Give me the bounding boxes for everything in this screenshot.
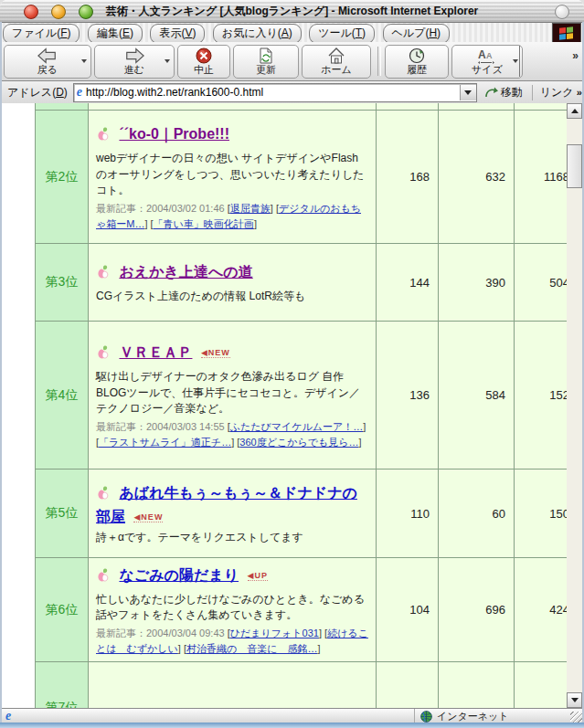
- article-link[interactable]: 退屈貴族: [230, 203, 271, 214]
- address-label: アドレス(D): [7, 85, 68, 100]
- menu-bar: ファイル(F) 編集(E) 表示(V) お気に入り(A) ツール(T) ヘルプ(…: [0, 23, 584, 43]
- menu-edit[interactable]: 編集(E): [88, 24, 143, 44]
- flower-icon: [96, 264, 110, 286]
- blog-description: 忙しいあなたに少しだけなごみのひととき。なごめる話やフォトをたくさん集めていきま…: [96, 592, 368, 624]
- blog-title-link[interactable]: なごみの陽だまり: [119, 567, 239, 583]
- windows-logo-throbber: [552, 23, 581, 44]
- article-link[interactable]: 村治香織の 音楽に 感銘…: [186, 643, 318, 654]
- points-week: 110: [377, 470, 439, 558]
- window-bottom-edge: [0, 723, 584, 728]
- blog-title-link[interactable]: ´´ko-0｜Probe!!!: [119, 126, 229, 142]
- size-button[interactable]: AA サイズ: [451, 45, 523, 79]
- address-combobox[interactable]: e: [73, 83, 477, 102]
- menu-file[interactable]: ファイル(F): [3, 24, 80, 44]
- go-button[interactable]: 移動: [484, 85, 523, 100]
- new-badge: ◀NEW: [201, 348, 230, 358]
- scroll-down-button[interactable]: [567, 692, 582, 708]
- points-in: 696: [439, 558, 515, 662]
- address-dropdown-button[interactable]: [460, 85, 476, 100]
- svg-text:A: A: [478, 48, 486, 61]
- stop-icon: [196, 47, 212, 64]
- toolbar: 戻る 進む 中止 更新 ホーム 履歴: [0, 42, 584, 81]
- browser-window: 芸術・人文ランキング [人気blogランキング] - Microsoft Int…: [0, 0, 584, 728]
- menu-tools[interactable]: ツール(T): [309, 24, 375, 44]
- back-button[interactable]: 戻る: [4, 45, 91, 79]
- arrow-up-icon: [571, 109, 579, 113]
- points-week: 144: [377, 244, 439, 322]
- blog-description: 詩＋αです。テーマをリクエストしてます: [96, 530, 368, 545]
- points-in: 390: [439, 244, 515, 322]
- menu-favorites[interactable]: お気に入り(A): [213, 24, 302, 44]
- points-out: 152: [515, 322, 568, 470]
- toolbar-overflow-chevron[interactable]: »: [572, 49, 579, 62]
- zone-label: インターネット: [437, 710, 509, 723]
- menu-view[interactable]: 表示(V): [150, 24, 205, 44]
- home-icon: [327, 47, 345, 64]
- rank-label: 第4位: [36, 322, 89, 470]
- go-arrow-icon: [484, 86, 499, 99]
- links-bar[interactable]: リンク »: [532, 85, 582, 100]
- window-title: 芸術・人文ランキング [人気blogランキング] - Microsoft Int…: [0, 4, 584, 19]
- url-input[interactable]: [84, 86, 460, 99]
- article-link[interactable]: ひだまりフォト031: [230, 628, 319, 638]
- points-out: 424: [515, 558, 568, 662]
- window-shade-button[interactable]: [555, 5, 569, 19]
- article-link[interactable]: 360度どこからでも見ら…: [239, 437, 358, 448]
- forward-dropdown-icon[interactable]: [165, 59, 170, 63]
- points-week: 168: [377, 111, 439, 244]
- page-content: 第2位 ´´ko-0｜Probe!!! webデザイナーの日々の想い サイトデザ…: [2, 103, 567, 708]
- stop-button[interactable]: 中止: [177, 45, 230, 79]
- forward-button[interactable]: 進む: [94, 45, 175, 79]
- ie-page-icon: e: [77, 86, 82, 99]
- points-week: 136: [377, 322, 439, 470]
- globe-icon: [420, 711, 432, 723]
- table-row: 第7位 きまぐれTの個人的（？）情報: [36, 662, 568, 709]
- table-row: 第5位 あばれ牛もぅ～もぅ～＆ドナドナの部屋 ◀NEW 詩＋αです。テーマをリク…: [36, 470, 568, 558]
- back-arrow-icon: [37, 47, 58, 64]
- vertical-scrollbar[interactable]: [567, 103, 582, 708]
- home-button[interactable]: ホーム: [302, 45, 371, 79]
- blog-description: webデザイナーの日々の想い サイトデザインやFlashのオーサリングをしつつ、…: [96, 151, 368, 198]
- ie-status-icon: e: [5, 710, 11, 723]
- chevron-down-icon: [464, 90, 472, 95]
- latest-articles: 最新記事：2004/03/04 09:43 [ひだまりフォト031] [続けるこ…: [96, 626, 368, 657]
- size-dropdown-icon[interactable]: [513, 59, 518, 63]
- points-out: 150: [515, 470, 568, 558]
- points-out: [515, 662, 568, 709]
- points-in: [439, 662, 515, 709]
- flower-icon: [96, 344, 110, 366]
- toolbar-band-divider: [519, 46, 520, 77]
- page-viewport: 第2位 ´´ko-0｜Probe!!! webデザイナーの日々の想い サイトデザ…: [2, 103, 582, 708]
- up-badge: ◀UP: [248, 571, 268, 581]
- article-link[interactable]: 「ラストサムライ」適正チ…: [99, 437, 231, 448]
- article-link[interactable]: ふたたびマイケルムーア！…: [230, 421, 364, 432]
- table-row: 第6位 なごみの陽だまり ◀UP 忙しいあなたに少しだけなごみのひととき。なごめ…: [36, 558, 568, 662]
- toolbar-separator: [377, 47, 381, 76]
- window-left-edge: [0, 22, 2, 723]
- points-in: 60: [439, 470, 515, 558]
- forward-arrow-icon: [124, 47, 144, 64]
- blog-title-link[interactable]: おえかき上達への道: [119, 264, 252, 280]
- scrollbar-thumb[interactable]: [567, 144, 582, 188]
- flower-icon: [96, 485, 110, 507]
- blog-title-link[interactable]: ＶＲＥＡＰ: [119, 344, 192, 360]
- table-row: 第4位 ＶＲＥＡＰ ◀NEW 駆け出しデザイナーのオタク色滲み出るログ 自作BL…: [36, 322, 568, 470]
- flower-icon: [96, 126, 110, 148]
- links-chevron[interactable]: »: [577, 87, 582, 98]
- blog-description: CGイラスト上達のための情報 LotR絵等も: [96, 289, 368, 304]
- article-link[interactable]: 「青い車」映画化計画: [154, 218, 254, 229]
- status-bar: e インターネット: [2, 708, 582, 723]
- flower-icon: [96, 567, 110, 589]
- title-bar: 芸術・人文ランキング [人気blogランキング] - Microsoft Int…: [0, 0, 584, 23]
- security-zone: インターネット: [414, 709, 569, 723]
- back-dropdown-icon[interactable]: [81, 59, 87, 63]
- refresh-button[interactable]: 更新: [233, 45, 299, 79]
- rank-label: 第7位: [36, 662, 89, 709]
- rank-label: 第5位: [36, 470, 89, 558]
- menu-help[interactable]: ヘルプ(H): [383, 24, 451, 44]
- refresh-icon: [259, 47, 273, 64]
- scroll-up-button[interactable]: [567, 103, 582, 119]
- history-button[interactable]: 履歴: [385, 45, 449, 79]
- points-week: [377, 662, 439, 709]
- points-week: 104: [377, 558, 439, 662]
